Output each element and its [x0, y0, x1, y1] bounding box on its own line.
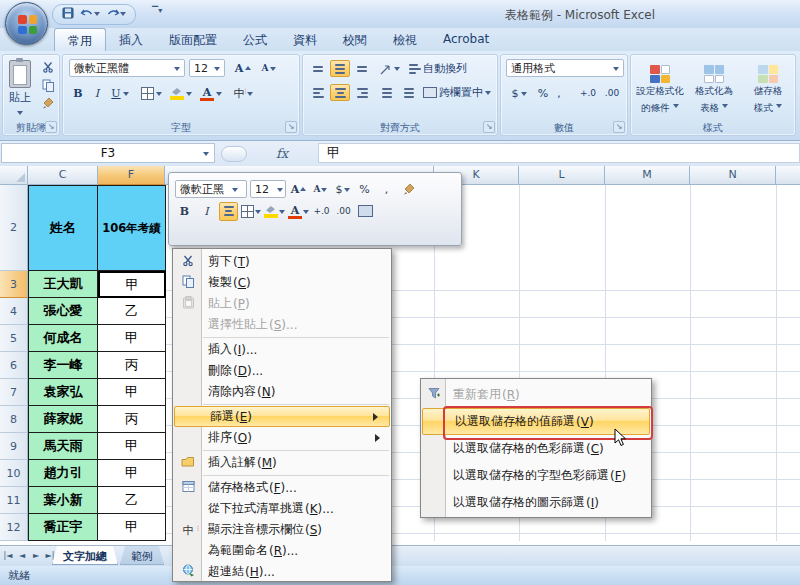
cell-f6[interactable]: 丙 [98, 352, 166, 379]
row-header-12[interactable]: 12 [0, 514, 28, 541]
shrink-font-button[interactable]: A [257, 59, 281, 77]
column-header-m[interactable]: M [605, 166, 690, 185]
mini-align-center-button[interactable] [219, 202, 238, 221]
next-sheet-icon[interactable]: ► [31, 549, 41, 561]
tab-data[interactable]: 資料 [280, 28, 330, 51]
cell-styles-button[interactable]: 儲存格 樣式 [742, 58, 794, 122]
redo-icon[interactable] [106, 8, 126, 22]
align-left-button[interactable] [308, 84, 328, 101]
align-bottom-button[interactable] [352, 60, 372, 77]
orientation-button[interactable] [377, 60, 403, 77]
name-box-dropdown-icon[interactable] [203, 152, 209, 159]
menu-item-name-range[interactable]: 為範圍命名R... [173, 540, 391, 561]
select-all-corner[interactable] [0, 166, 28, 185]
currency-button[interactable]: $ [506, 84, 532, 102]
mini-decrease-decimal-button[interactable]: .00 [334, 202, 353, 221]
cell-c3[interactable]: 王大凱 [28, 271, 98, 298]
last-sheet-icon[interactable]: ►| [45, 549, 55, 561]
mini-increase-decimal-button[interactable]: +.0 [312, 202, 331, 221]
bold-button[interactable]: B [69, 83, 87, 103]
menu-item-delete[interactable]: 刪除D... [173, 360, 391, 381]
font-dialog-launcher[interactable]: ↘ [285, 121, 297, 133]
underline-button[interactable]: U [107, 83, 133, 103]
italic-button[interactable]: I [89, 83, 105, 103]
mini-fill-color-button[interactable] [264, 202, 285, 221]
submenu-item-filter-by-font-color[interactable]: 以選取儲存格的字型色彩篩選F [421, 462, 651, 489]
decrease-indent-button[interactable] [377, 84, 397, 101]
menu-item-insert[interactable]: 插入I... [173, 339, 391, 360]
cell-f12[interactable]: 甲 [98, 514, 166, 541]
sheet-tab-example[interactable]: 範例 [120, 546, 164, 565]
column-header-c[interactable]: C [28, 166, 98, 185]
cell-c4[interactable]: 張心愛 [28, 298, 98, 325]
phonetic-button[interactable]: 中 [227, 83, 259, 103]
mini-percent-button[interactable]: % [355, 180, 374, 199]
formula-input[interactable]: 甲 [318, 143, 800, 163]
wrap-text-button[interactable]: 自動換列 [409, 60, 495, 77]
align-top-button[interactable] [308, 60, 328, 77]
tab-review[interactable]: 校閱 [330, 28, 380, 51]
mini-italic-button[interactable]: I [197, 202, 216, 221]
mini-borders-button[interactable] [241, 202, 261, 221]
decrease-decimal-button[interactable]: .00 [601, 84, 623, 102]
mini-font-name-select[interactable]: 微軟正黑 [175, 180, 247, 198]
cell-f11[interactable]: 乙 [98, 487, 166, 514]
mini-format-painter-button[interactable] [399, 180, 418, 199]
mini-bold-button[interactable]: B [175, 202, 194, 221]
insert-function-icon[interactable]: fx [276, 146, 288, 161]
menu-item-filter[interactable]: 篩選E [174, 406, 390, 427]
cell-c10[interactable]: 趙力引 [28, 460, 98, 487]
align-right-button[interactable] [352, 84, 372, 101]
cell-f3-active[interactable]: 甲 [98, 271, 166, 298]
align-middle-button[interactable] [330, 60, 350, 77]
column-header-l[interactable]: L [519, 166, 605, 185]
row-header-5[interactable]: 5 [0, 325, 28, 352]
copy-button[interactable] [39, 77, 57, 93]
comma-button[interactable]: , [553, 84, 565, 102]
cell-f5[interactable]: 甲 [98, 325, 166, 352]
menu-item-show-phonetic[interactable]: 中 顯示注音標示欄位S [173, 519, 391, 540]
cell-f4[interactable]: 乙 [98, 298, 166, 325]
format-as-table-button[interactable]: 格式化為 表格 [688, 58, 740, 122]
cell-f7[interactable]: 甲 [98, 379, 166, 406]
cell-c11[interactable]: 葉小新 [28, 487, 98, 514]
menu-item-sort[interactable]: 排序O [173, 427, 391, 448]
sheet-tab-text-sum[interactable]: 文字加總 [52, 546, 118, 565]
row-header-6[interactable]: 6 [0, 352, 28, 379]
row-header-10[interactable]: 10 [0, 460, 28, 487]
tab-page-layout[interactable]: 版面配置 [156, 28, 230, 51]
cell-c5[interactable]: 何成名 [28, 325, 98, 352]
number-format-select[interactable]: 通用格式 [506, 59, 624, 77]
mini-comma-button[interactable]: , [377, 180, 396, 199]
column-header-n[interactable]: N [690, 166, 776, 185]
increase-indent-button[interactable] [399, 84, 419, 101]
row-header-9[interactable]: 9 [0, 433, 28, 460]
percent-button[interactable]: % [535, 84, 551, 102]
mini-font-color-button[interactable]: A [288, 202, 309, 221]
redo-dropdown-icon[interactable] [120, 12, 126, 19]
cell-c12[interactable]: 喬正宇 [28, 514, 98, 541]
row-header-8[interactable]: 8 [0, 406, 28, 433]
cell-f2[interactable]: 106年考績 [98, 185, 166, 271]
menu-item-copy[interactable]: 複製C [173, 272, 391, 293]
fill-color-button[interactable] [167, 83, 195, 103]
name-box[interactable]: F3 [1, 143, 215, 163]
clipboard-dialog-launcher[interactable]: ↘ [45, 121, 57, 133]
undo-icon[interactable] [80, 8, 100, 22]
borders-button[interactable] [137, 83, 165, 103]
first-sheet-icon[interactable]: |◄ [3, 549, 13, 561]
cell-c9[interactable]: 馬天雨 [28, 433, 98, 460]
save-icon[interactable] [62, 7, 74, 22]
menu-item-format-cells[interactable]: 儲存格格式F... [173, 477, 391, 498]
increase-decimal-button[interactable]: +.0 [577, 84, 599, 102]
cell-c6[interactable]: 李一峰 [28, 352, 98, 379]
cell-f10[interactable]: 甲 [98, 460, 166, 487]
tab-insert[interactable]: 插入 [106, 28, 156, 51]
row-header-11[interactable]: 11 [0, 487, 28, 514]
cell-c7[interactable]: 袁家弘 [28, 379, 98, 406]
format-painter-button[interactable] [39, 95, 57, 111]
cut-button[interactable] [39, 59, 57, 75]
tab-view[interactable]: 檢視 [380, 28, 430, 51]
tab-acrobat[interactable]: Acrobat [430, 28, 502, 51]
column-header-partial[interactable] [776, 166, 800, 185]
